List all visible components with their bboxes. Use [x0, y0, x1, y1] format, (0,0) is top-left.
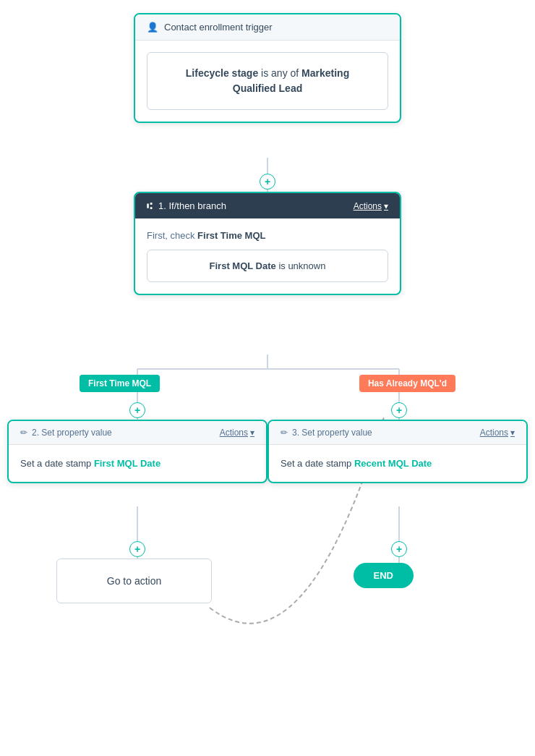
set-prop-left-highlight: First MQL Date: [94, 458, 160, 469]
set-prop-left-actions[interactable]: Actions ▾: [220, 428, 254, 438]
branch-condition-middle: is unknown: [276, 260, 326, 271]
set-prop-right-highlight: Recent MQL Date: [354, 458, 432, 469]
condition-bold-lifecycle: Lifecycle stage: [186, 67, 258, 79]
go-to-action-label: Go to action: [107, 575, 162, 587]
set-prop-right-actions[interactable]: Actions ▾: [480, 428, 515, 438]
branch-header-label: 1. If/then branch: [158, 200, 226, 211]
branch-body: First, check First Time MQL First MQL Da…: [135, 218, 400, 294]
trigger-card: 👤 Contact enrollment trigger Lifecycle s…: [134, 13, 401, 123]
plus-btn-1[interactable]: +: [260, 174, 275, 190]
branch-label-first-time-mql: First Time MQL: [80, 375, 160, 392]
trigger-condition-box: Lifecycle stage is any of Marketing Qual…: [147, 52, 388, 110]
set-prop-left-header-left: ✏ 2. Set property value: [20, 428, 112, 438]
chevron-down-icon-right: ▾: [510, 428, 515, 438]
set-prop-left-header: ✏ 2. Set property value Actions ▾: [9, 421, 266, 445]
branch-card: ⑆ 1. If/then branch Actions ▾ First, che…: [134, 192, 401, 295]
branch-header: ⑆ 1. If/then branch Actions ▾: [135, 193, 400, 218]
branch-check-bold: First Time MQL: [197, 230, 265, 241]
branch-icon: ⑆: [147, 200, 153, 211]
plus-btn-right[interactable]: +: [391, 402, 407, 418]
trigger-header-label: Contact enrollment trigger: [164, 22, 273, 33]
workflow-canvas: 👤 Contact enrollment trigger Lifecycle s…: [0, 0, 535, 756]
branch-actions-link[interactable]: Actions ▾: [354, 201, 388, 211]
branch-check-prefix: First, check: [147, 230, 197, 241]
set-prop-right-header: ✏ 3. Set property value Actions ▾: [269, 421, 526, 445]
branch-header-left: ⑆ 1. If/then branch: [147, 200, 226, 211]
branch-condition-box: First MQL Date is unknown: [147, 250, 388, 282]
edit-icon-left: ✏: [20, 428, 27, 438]
branch-check-text: First, check First Time MQL: [147, 230, 388, 241]
set-prop-left-body: Set a date stamp First MQL Date: [9, 445, 266, 482]
chevron-down-icon-left: ▾: [250, 428, 254, 438]
set-prop-left-actions-label: Actions: [220, 428, 248, 438]
edit-icon-right: ✏: [281, 428, 288, 438]
person-icon: 👤: [147, 22, 158, 33]
plus-btn-below-right[interactable]: +: [391, 541, 407, 557]
plus-btn-below-left[interactable]: +: [129, 541, 145, 557]
trigger-header: 👤 Contact enrollment trigger: [135, 14, 400, 41]
set-prop-right-actions-label: Actions: [480, 428, 508, 438]
set-prop-left-label: 2. Set property value: [32, 428, 112, 438]
set-prop-right-prefix: Set a date stamp: [281, 458, 354, 469]
plus-btn-left[interactable]: +: [129, 402, 145, 418]
branch-condition-part1: First MQL Date: [210, 260, 276, 271]
set-prop-right-body: Set a date stamp Recent MQL Date: [269, 445, 526, 482]
go-to-action-card[interactable]: Go to action: [56, 558, 212, 603]
set-prop-left-card: ✏ 2. Set property value Actions ▾ Set a …: [7, 420, 268, 483]
trigger-body: Lifecycle stage is any of Marketing Qual…: [135, 41, 400, 122]
set-prop-right-label: 3. Set property value: [292, 428, 372, 438]
branch-label-has-already-mqld: Has Already MQL'd: [359, 375, 455, 392]
set-prop-right-card: ✏ 3. Set property value Actions ▾ Set a …: [268, 420, 528, 483]
set-prop-left-prefix: Set a date stamp: [20, 458, 94, 469]
set-prop-right-header-left: ✏ 3. Set property value: [281, 428, 372, 438]
chevron-down-icon: ▾: [384, 201, 388, 211]
condition-middle: is any of: [258, 67, 301, 79]
end-pill: END: [354, 563, 414, 588]
branch-actions-label: Actions: [354, 201, 382, 211]
